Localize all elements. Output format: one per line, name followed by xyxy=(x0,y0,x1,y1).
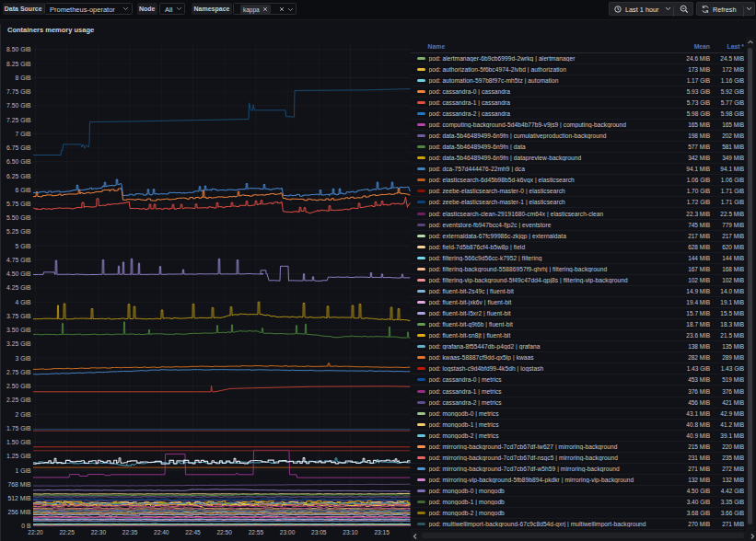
svg-text:22:50: 22:50 xyxy=(216,529,232,535)
svg-text:3 GiB: 3 GiB xyxy=(16,355,31,362)
svg-text:8.25 GiB: 8.25 GiB xyxy=(6,61,31,67)
svg-text:22:25: 22:25 xyxy=(59,529,75,535)
svg-text:8.50 GiB: 8.50 GiB xyxy=(6,46,31,52)
svg-text:4.50 GiB: 4.50 GiB xyxy=(6,270,31,277)
svg-text:2 GiB: 2 GiB xyxy=(16,411,31,418)
svg-text:4.75 GiB: 4.75 GiB xyxy=(6,257,31,263)
svg-text:256 MiB: 256 MiB xyxy=(8,509,31,515)
svg-text:7.75 GiB: 7.75 GiB xyxy=(6,88,31,95)
svg-text:2.25 GiB: 2.25 GiB xyxy=(6,397,31,403)
svg-text:23:10: 23:10 xyxy=(343,529,358,535)
svg-text:3.50 GiB: 3.50 GiB xyxy=(6,327,31,333)
svg-text:1.75 GiB: 1.75 GiB xyxy=(6,425,31,432)
svg-text:7.25 GiB: 7.25 GiB xyxy=(6,117,31,123)
svg-text:3.75 GiB: 3.75 GiB xyxy=(6,313,31,319)
svg-text:22:45: 22:45 xyxy=(185,529,201,535)
svg-text:4 GiB: 4 GiB xyxy=(16,299,31,305)
svg-text:22:20: 22:20 xyxy=(28,529,43,535)
svg-text:6 GiB: 6 GiB xyxy=(16,187,31,193)
svg-text:8 GiB: 8 GiB xyxy=(16,75,31,81)
svg-text:7 GiB: 7 GiB xyxy=(16,131,31,137)
svg-text:23:00: 23:00 xyxy=(280,529,296,535)
svg-text:2.50 GiB: 2.50 GiB xyxy=(6,383,31,389)
svg-text:1 GiB: 1 GiB xyxy=(16,467,31,474)
svg-text:1.25 GiB: 1.25 GiB xyxy=(6,453,31,459)
svg-text:23:05: 23:05 xyxy=(311,529,327,535)
svg-text:4.25 GiB: 4.25 GiB xyxy=(6,284,31,291)
svg-text:5.25 GiB: 5.25 GiB xyxy=(6,228,31,235)
svg-text:23:15: 23:15 xyxy=(374,529,390,535)
svg-text:3.25 GiB: 3.25 GiB xyxy=(6,340,31,347)
svg-text:6.50 GiB: 6.50 GiB xyxy=(6,158,31,165)
svg-text:2.75 GiB: 2.75 GiB xyxy=(6,369,31,375)
svg-text:22:30: 22:30 xyxy=(91,529,107,535)
svg-text:22:40: 22:40 xyxy=(154,529,169,535)
svg-text:6.75 GiB: 6.75 GiB xyxy=(6,144,31,151)
svg-text:5 GiB: 5 GiB xyxy=(16,243,31,249)
svg-text:5.75 GiB: 5.75 GiB xyxy=(6,201,31,207)
svg-text:22:55: 22:55 xyxy=(249,529,264,535)
svg-text:768 MiB: 768 MiB xyxy=(8,481,31,488)
svg-text:22:35: 22:35 xyxy=(122,529,138,535)
svg-text:7.50 GiB: 7.50 GiB xyxy=(6,102,31,109)
svg-text:512 MiB: 512 MiB xyxy=(8,495,31,501)
svg-text:6.25 GiB: 6.25 GiB xyxy=(6,173,31,179)
svg-text:1.50 GiB: 1.50 GiB xyxy=(6,439,31,445)
svg-text:5.50 GiB: 5.50 GiB xyxy=(6,214,31,221)
